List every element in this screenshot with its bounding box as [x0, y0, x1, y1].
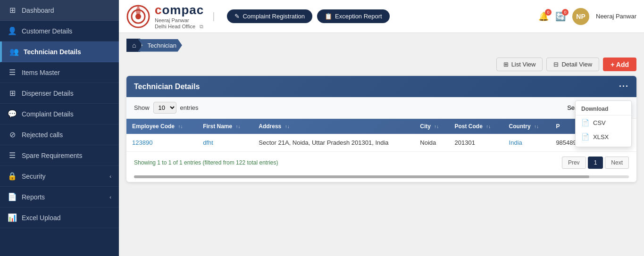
add-button[interactable]: + Add	[603, 58, 636, 71]
dropdown-header: Download	[576, 104, 631, 116]
sidebar-item-label: Security	[22, 173, 46, 180]
content-area: ⌂ Technician ⊞ List View ⊟ Detail View +…	[119, 33, 644, 256]
cell-emp-code[interactable]: 123890	[126, 134, 197, 152]
show-label: Show	[134, 104, 150, 111]
csv-file-icon: 📄	[581, 119, 589, 126]
home-icon: ⌂	[132, 41, 136, 49]
customer-icon: 👤	[8, 26, 17, 35]
table-row: 123890 dfht Sector 21A, Noida, Uttar Pra…	[126, 134, 636, 152]
header-user-name: Neeraj Panwar	[155, 17, 204, 24]
sidebar-item-label: Items Master	[22, 69, 60, 76]
security-icon: 🔒	[8, 172, 17, 181]
sidebar-item-reports[interactable]: 📄 Reports ‹	[0, 187, 119, 207]
scrollbar-area	[126, 173, 636, 182]
scroll-thumb[interactable]	[134, 175, 589, 178]
table-card-header: Technician Details ···	[126, 76, 636, 97]
table-footer: Showing 1 to 1 of 1 entries (filtered fr…	[126, 152, 636, 173]
copy-icon[interactable]: ⧉	[200, 24, 203, 29]
dispenser-icon: ⊞	[8, 89, 17, 98]
header: compac Neeraj Panwar Delhi Head Office ⧉…	[119, 0, 644, 33]
complaint-registration-button[interactable]: ✎ Complaint Registration	[227, 9, 312, 23]
breadcrumb-technician[interactable]: Technician	[138, 39, 182, 52]
col-post-code[interactable]: Post Code ↑↓	[449, 119, 503, 134]
sidebar-item-excel-upload[interactable]: 📊 Excel Upload	[0, 207, 119, 228]
next-button[interactable]: Next	[605, 157, 629, 169]
logo-area: compac Neeraj Panwar Delhi Head Office ⧉	[126, 3, 204, 30]
table-card: Technician Details ··· Download 📄 CSV 📄 …	[126, 76, 636, 182]
chevron-reports-icon: ‹	[109, 194, 111, 200]
three-dots-menu[interactable]: ···	[619, 82, 629, 91]
refresh-icon[interactable]: 🔄 0	[555, 11, 566, 22]
sort-post-code-icon: ↑↓	[486, 124, 491, 129]
sidebar-item-label: Spare Requirements	[22, 152, 82, 159]
sidebar-item-label: Dispenser Details	[22, 90, 74, 97]
sidebar-item-complaint-details[interactable]: 💬 Complaint Details	[0, 104, 119, 124]
brand-text: compac Neeraj Panwar Delhi Head Office ⧉	[155, 3, 204, 30]
sidebar-item-label: Dashboard	[22, 7, 54, 14]
prev-button[interactable]: Prev	[562, 157, 586, 169]
header-separator: |	[212, 11, 215, 22]
entries-select[interactable]: 10	[153, 102, 176, 114]
logo-icon	[126, 5, 150, 28]
download-xlsx-item[interactable]: 📄 XLSX	[576, 130, 631, 144]
avatar: NP	[572, 8, 589, 25]
exception-report-button[interactable]: 📋 Exception Report	[317, 9, 390, 23]
sidebar-item-label: Reports	[22, 193, 45, 201]
header-row: Employee Code ↑↓ First Name ↑↓ Address ↑…	[126, 119, 636, 134]
header-username-label: Neeraj Panwar	[596, 13, 636, 20]
rejected-icon: ⊘	[8, 130, 17, 139]
scroll-track[interactable]	[134, 175, 629, 178]
sidebar-item-spare-requirements[interactable]: ☰ Spare Requirements	[0, 145, 119, 166]
detail-view-button[interactable]: ⊟ Detail View	[546, 58, 599, 71]
sidebar-item-security[interactable]: 🔒 Security ‹	[0, 166, 119, 187]
list-view-button[interactable]: ⊞ List View	[496, 58, 543, 71]
list-view-icon: ⊞	[503, 61, 509, 68]
page-1-button[interactable]: 1	[588, 157, 603, 169]
col-country[interactable]: Country ↑↓	[503, 119, 551, 134]
table-body: 123890 dfht Sector 21A, Noida, Uttar Pra…	[126, 134, 636, 152]
technician-icon: 👥	[9, 47, 19, 56]
main-content: compac Neeraj Panwar Delhi Head Office ⧉…	[119, 0, 644, 256]
items-icon: ☰	[8, 68, 17, 77]
col-address[interactable]: Address ↑↓	[253, 119, 414, 134]
cell-address: Sector 21A, Noida, Uttar Pradesh 201301,…	[253, 134, 414, 152]
sidebar-item-label: Technician Details	[24, 48, 81, 56]
col-city[interactable]: City ↑↓	[414, 119, 449, 134]
sidebar-item-dashboard[interactable]: ⊞ Dashboard	[0, 0, 119, 21]
chevron-security-icon: ‹	[109, 173, 111, 179]
notification-bell[interactable]: 🔔 0	[538, 11, 549, 22]
sidebar-item-customer-details[interactable]: 👤 Customer Details	[0, 21, 119, 41]
reports-icon: 📄	[8, 192, 17, 201]
sidebar-item-rejected-calls[interactable]: ⊘ Rejected calls	[0, 124, 119, 145]
spare-icon: ☰	[8, 151, 17, 160]
sort-first-name-icon: ↑↓	[236, 124, 241, 129]
footer-text: Showing 1 to 1 of 1 entries (filtered fr…	[134, 159, 278, 166]
notif-badge: 0	[545, 9, 552, 16]
download-dropdown: Download 📄 CSV 📄 XLSX	[575, 100, 632, 147]
header-office: Delhi Head Office ⧉	[155, 24, 204, 30]
sidebar-item-items-master[interactable]: ☰ Items Master	[0, 62, 119, 83]
col-emp-code[interactable]: Employee Code ↑↓	[126, 119, 197, 134]
table-header: Employee Code ↑↓ First Name ↑↓ Address ↑…	[126, 119, 636, 134]
cell-country[interactable]: India	[503, 134, 551, 152]
sidebar-item-dispenser-details[interactable]: ⊞ Dispenser Details	[0, 83, 119, 104]
sidebar-item-label: Rejected calls	[22, 131, 63, 139]
download-csv-item[interactable]: 📄 CSV	[576, 116, 631, 130]
header-buttons: ✎ Complaint Registration 📋 Exception Rep…	[227, 9, 389, 23]
exception-report-icon: 📋	[325, 13, 332, 20]
refresh-badge: 0	[562, 9, 569, 16]
col-first-name[interactable]: First Name ↑↓	[197, 119, 253, 134]
detail-view-icon: ⊟	[553, 61, 559, 68]
sidebar-item-technician-details[interactable]: 👥 Technician Details	[0, 41, 119, 62]
sort-emp-code-icon: ↑↓	[178, 124, 183, 129]
show-entries: Show 10 entries	[134, 102, 199, 114]
dashboard-icon: ⊞	[8, 6, 17, 15]
data-table: Employee Code ↑↓ First Name ↑↓ Address ↑…	[126, 119, 636, 152]
xlsx-file-icon: 📄	[581, 133, 589, 140]
sidebar-item-label: Excel Upload	[22, 214, 61, 222]
cell-first-name[interactable]: dfht	[197, 134, 253, 152]
sidebar-item-label: Customer Details	[22, 27, 72, 35]
table-title: Technician Details	[134, 83, 200, 91]
pagination: Prev 1 Next	[562, 157, 629, 169]
complaint-reg-icon: ✎	[234, 13, 240, 20]
